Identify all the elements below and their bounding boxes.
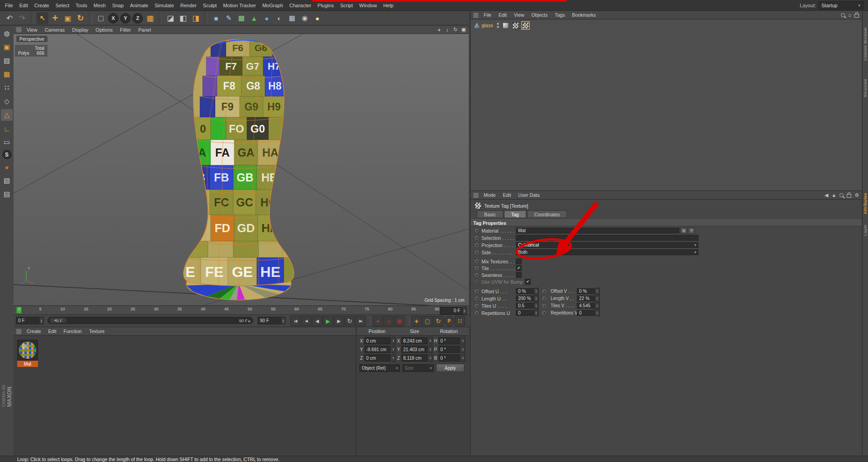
tab-content-browser[interactable]: Content Browser xyxy=(863,27,868,61)
live-selection-icon[interactable] xyxy=(37,12,48,24)
toggle-view-icon[interactable] xyxy=(460,26,467,33)
home-icon[interactable]: ⌂ xyxy=(848,12,851,18)
viewport-menu-options[interactable]: Options xyxy=(92,27,116,33)
end-frame-field[interactable]: 90 F xyxy=(258,317,281,324)
anim-dot-icon[interactable] xyxy=(474,296,479,301)
menu-simulate[interactable]: Simulate xyxy=(151,3,177,8)
prev-frame-icon[interactable] xyxy=(312,316,322,326)
menu-character[interactable]: Character xyxy=(286,3,314,8)
current-frame-field[interactable]: 0 F xyxy=(16,317,39,324)
anim-dot-icon[interactable] xyxy=(474,266,479,271)
side-select[interactable]: Both xyxy=(516,249,698,255)
menu-animate[interactable]: Animate xyxy=(127,3,151,8)
selection-field[interactable] xyxy=(516,235,698,241)
size-y-field[interactable]: 21.403 cm xyxy=(401,346,428,353)
anim-dot-icon[interactable] xyxy=(542,296,547,301)
anim-dot-icon[interactable] xyxy=(474,243,479,248)
render-edit-icon[interactable] xyxy=(190,12,202,24)
menu-snap[interactable]: Snap xyxy=(109,3,127,8)
offset-u-spinner[interactable] xyxy=(534,288,539,295)
gear-icon[interactable]: ⚙ xyxy=(854,192,859,198)
anim-dot-icon[interactable] xyxy=(474,235,479,240)
last-tool-icon[interactable] xyxy=(95,12,107,24)
rot-b-spinner[interactable] xyxy=(461,354,465,362)
viewport-menu-display[interactable]: Display xyxy=(68,27,92,33)
anim-dot-icon[interactable] xyxy=(474,250,479,255)
rot-h-field[interactable]: 0 ° xyxy=(439,337,460,344)
size-z-spinner[interactable] xyxy=(429,354,433,362)
om-menu-objects[interactable]: Objects xyxy=(528,12,552,18)
redo-icon[interactable] xyxy=(16,12,28,24)
coord-system-icon[interactable] xyxy=(144,12,156,24)
om-menu-tags[interactable]: Tags xyxy=(551,12,568,18)
end-frame-spinner[interactable] xyxy=(281,317,286,324)
enable-axis-icon[interactable] xyxy=(1,123,13,134)
texture-tag-selected-icon[interactable] xyxy=(522,22,529,29)
anim-dot-icon[interactable] xyxy=(474,289,479,294)
anim-dot-icon[interactable] xyxy=(474,310,479,315)
paint-icon[interactable] xyxy=(1,161,13,173)
menu-plugins[interactable]: Plugins xyxy=(314,3,337,8)
search-icon[interactable] xyxy=(841,13,845,17)
am-menu-user-data[interactable]: User Data xyxy=(514,192,543,198)
render-settings-icon[interactable] xyxy=(177,12,189,24)
om-menu-file[interactable]: File xyxy=(480,12,495,18)
object-row-glass[interactable]: glass xyxy=(474,22,529,29)
om-menu-view[interactable]: View xyxy=(510,12,528,18)
tiles-u-spinner[interactable] xyxy=(534,302,539,309)
tiles-u-field[interactable]: 0.5 xyxy=(516,303,534,309)
autokey-icon[interactable] xyxy=(383,316,394,326)
size-x-field[interactable]: 8.243 cm xyxy=(401,337,428,344)
anim-dot-icon[interactable] xyxy=(474,272,479,277)
layout-select[interactable]: Startup xyxy=(818,1,863,10)
next-frame-icon[interactable] xyxy=(334,316,344,326)
panel-grip-icon[interactable] xyxy=(473,193,478,198)
range-slider-thumb[interactable]: 0 F xyxy=(50,318,66,323)
object-name[interactable]: glass xyxy=(481,23,493,28)
offset-v-spinner[interactable] xyxy=(595,288,600,295)
polygons-mode-icon[interactable] xyxy=(1,109,13,121)
viewport-menu-panel[interactable]: Panel xyxy=(135,27,155,33)
menu-help[interactable]: Help xyxy=(380,3,397,8)
rot-p-spinner[interactable] xyxy=(461,346,465,353)
move-tool-icon[interactable] xyxy=(49,12,61,24)
menu-select[interactable]: Select xyxy=(52,3,73,8)
up-icon[interactable]: ▲ xyxy=(831,192,836,198)
lock-icon[interactable] xyxy=(847,194,851,198)
menu-render[interactable]: Render xyxy=(177,3,200,8)
anim-dot-icon[interactable] xyxy=(542,310,547,315)
material-menu-texture[interactable]: Texture xyxy=(85,329,108,334)
repetitions-v-spinner[interactable] xyxy=(595,310,600,316)
camera-label[interactable]: Perspective xyxy=(16,36,47,42)
undo-icon[interactable] xyxy=(4,12,15,24)
tab-structure[interactable]: Structure xyxy=(863,79,868,97)
offset-u-field[interactable]: 0 % xyxy=(516,288,534,294)
tile-checkbox[interactable]: ✔ xyxy=(516,265,522,271)
camera-icon[interactable] xyxy=(299,12,311,24)
length-v-spinner[interactable] xyxy=(595,295,600,302)
play-icon[interactable] xyxy=(323,316,333,326)
key-scale-icon[interactable] xyxy=(422,316,433,326)
visibility-dots-icon[interactable] xyxy=(497,23,499,28)
menu-motion-tracker[interactable]: Motion Tracker xyxy=(220,3,259,8)
length-u-field[interactable]: 200 % xyxy=(516,295,534,301)
light-icon[interactable] xyxy=(311,12,323,24)
lock-icon[interactable] xyxy=(854,14,859,18)
pos-y-spinner[interactable] xyxy=(392,346,396,353)
am-menu-mode[interactable]: Mode xyxy=(480,192,499,198)
current-frame-spinner[interactable] xyxy=(39,317,44,324)
tab-attributes[interactable]: Attributes xyxy=(863,193,868,214)
key-position-icon[interactable] xyxy=(411,316,422,326)
viewport-menu-view[interactable]: View xyxy=(23,27,41,33)
pos-y-field[interactable]: -9.691 cm xyxy=(364,346,391,353)
uv-edit-icon[interactable] xyxy=(1,175,13,186)
pos-x-spinner[interactable] xyxy=(392,337,396,344)
floor-icon[interactable] xyxy=(286,12,298,24)
viewport[interactable]: F6G6H6F7G7H7F8G8H8F9G9H90FOG0AFAGAHABFBG… xyxy=(14,34,469,305)
repetitions-u-spinner[interactable] xyxy=(534,310,539,316)
ruler-frame-field[interactable]: 0 F xyxy=(440,307,462,314)
material-thumbnail[interactable] xyxy=(17,340,38,361)
pos-z-spinner[interactable] xyxy=(392,354,396,362)
content-side-icon[interactable] xyxy=(1,188,13,200)
x-axis-icon[interactable] xyxy=(108,13,118,24)
